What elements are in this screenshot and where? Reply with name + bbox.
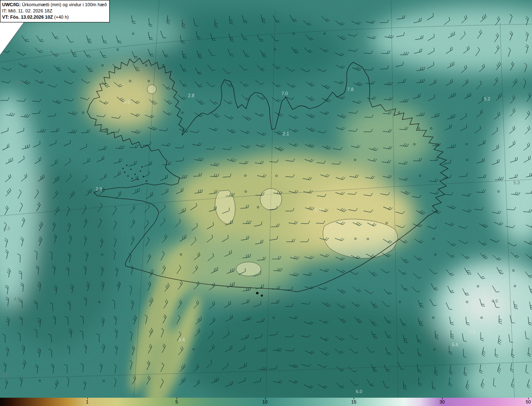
colorbar-tick: 10 — [262, 398, 267, 406]
colorbar-tick: 50 — [526, 398, 531, 406]
valid-time: VT: Fös. 13.02.2026 10Z — [2, 15, 53, 20]
header-line-valid: VT: Fös. 13.02.2026 10Z (+40 h) — [2, 14, 107, 20]
colorbar-tick: 1 — [86, 398, 89, 406]
map-canvas — [0, 0, 532, 398]
weather-map-page: 6.32.52.87.07.85.22.12.95.34.31.04.84.97… — [0, 0, 532, 406]
colorbar-tick: 5 — [175, 398, 178, 406]
product-header: UWC/IG: Úrkomumætti (mm) og vindur i 100… — [0, 0, 110, 22]
valid-offset: (+40 h) — [53, 15, 69, 20]
product-title: Úrkomumætti (mm) og vindur i 100m hæð — [21, 2, 107, 7]
header-line-init: IT: Mið. 11. 02. 2026 18Z — [2, 8, 107, 14]
product-label: UWC/IG: — [2, 2, 21, 7]
header-line-product: UWC/IG: Úrkomumætti (mm) og vindur i 100… — [2, 2, 107, 8]
colorbar: 1510153050 — [0, 398, 532, 406]
colorbar-tick: 30 — [440, 398, 445, 406]
colorbar-tick: 15 — [351, 398, 356, 406]
